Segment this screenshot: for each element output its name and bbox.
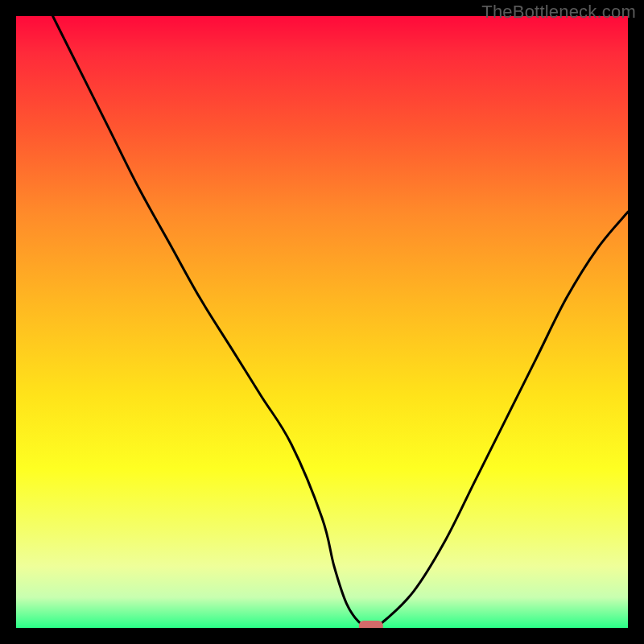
watermark-label: TheBottleneck.com (481, 2, 636, 23)
min-marker (359, 621, 383, 628)
chart-frame: TheBottleneck.com (0, 0, 644, 644)
plot-area (16, 16, 628, 628)
curve-path (53, 16, 628, 628)
bottleneck-curve (16, 16, 628, 628)
